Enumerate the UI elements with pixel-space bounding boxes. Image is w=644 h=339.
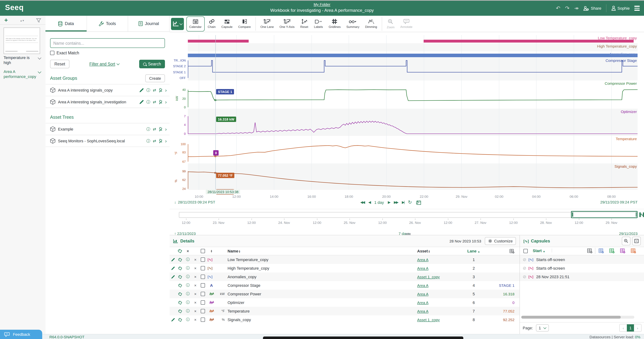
swap-icon[interactable]: ⇄ [153, 88, 156, 92]
pin-icon[interactable] [159, 139, 162, 143]
expand-chevron-icon[interactable]: › [165, 138, 167, 144]
step-forward-icon[interactable]: ▶▶ [394, 200, 398, 204]
col-start[interactable]: Start ▲ [533, 249, 545, 253]
details-row[interactable]: ⓘ × Optimizer Area A 6 0 [170, 298, 520, 307]
redo-all-icon[interactable]: ↠ [574, 5, 579, 11]
asset-link[interactable]: Area A [417, 258, 428, 262]
scrubber-selection[interactable] [571, 211, 638, 218]
series-name[interactable]: Temperature [226, 309, 417, 313]
info-icon[interactable]: ⓘ [184, 300, 192, 305]
series-name[interactable]: Signals_copy [226, 318, 417, 322]
undo-icon[interactable]: ↶ [556, 5, 560, 11]
step-back-icon[interactable]: ◀◀ [360, 200, 364, 204]
capsule-row[interactable]: ⊘ [∿] 28 Nov 2023 21:51 [520, 273, 644, 281]
add-stat-column-blue-icon[interactable] [598, 248, 604, 254]
info-icon[interactable]: ⓘ [184, 292, 192, 297]
info-icon[interactable]: ⓘ [184, 257, 192, 262]
edit-pencil-icon[interactable] [139, 100, 144, 104]
search-input[interactable] [50, 38, 165, 48]
remove-icon[interactable]: × [192, 300, 199, 305]
asset-tree-row[interactable]: Example ⓘ ⇄ › [46, 123, 170, 135]
select-all-checkbox[interactable] [524, 249, 528, 253]
scrubber-track[interactable] [179, 212, 638, 218]
datasources-link[interactable]: Datasources [590, 335, 610, 339]
info-icon[interactable]: ⓘ [184, 283, 192, 288]
add-stat-column-orange-icon[interactable] [631, 248, 636, 254]
toolbar-dimming[interactable]: Dimming [362, 16, 380, 31]
pin-icon[interactable] [159, 88, 162, 92]
info-icon[interactable]: ⓘ [146, 126, 150, 132]
capsule-row[interactable]: ⊘ [∿] Starts off-screen [520, 264, 644, 273]
swap-icon[interactable]: ⇄ [153, 100, 156, 104]
filter-icon[interactable] [36, 18, 41, 22]
remove-all-icon[interactable]: × [184, 249, 192, 253]
chevron-down-icon[interactable] [38, 56, 41, 59]
next-page-button[interactable]: › [634, 324, 641, 332]
row-checkbox[interactable] [201, 309, 205, 313]
asset-group-row[interactable]: Area A interesting signals_investigation… [46, 96, 170, 108]
details-row[interactable]: ⓘ × [∿] Low Temperature_copy Area A 1 [170, 255, 520, 264]
worksheet-thumb-1[interactable]: Add data to this display via the Data ta… [0, 25, 46, 65]
edit-pencil-icon[interactable] [171, 318, 175, 322]
user-menu[interactable]: Sophie [611, 6, 630, 11]
create-asset-group-button[interactable]: Create [145, 74, 165, 82]
asset-link[interactable]: Area A [417, 283, 428, 288]
remove-icon[interactable]: × [192, 266, 199, 270]
share-button[interactable]: Share [583, 6, 602, 10]
column-menu-icon[interactable]: ⋮ [550, 248, 554, 253]
toolbar-labels[interactable]: Labels [312, 16, 326, 31]
toolbar-chain[interactable]: Chain [205, 16, 218, 31]
current-page[interactable]: 1 [627, 324, 634, 332]
lane-label[interactable]: Signals_copy [614, 164, 637, 168]
toolbar-one-y-axis[interactable]: One Y-Axis [277, 16, 297, 31]
lane-label[interactable]: High Temperature_copy [597, 44, 637, 48]
row-checkbox[interactable] [201, 275, 205, 279]
edit-pencil-icon[interactable] [171, 266, 175, 270]
tag-icon[interactable] [178, 292, 182, 296]
tab-tools[interactable]: Tools [87, 16, 128, 31]
my-folder-link[interactable]: My Folder [314, 2, 330, 6]
row-checkbox[interactable] [201, 318, 205, 322]
add-worksheet-button[interactable]: + [4, 18, 8, 23]
remove-icon[interactable]: × [192, 275, 199, 279]
edit-pencil-icon[interactable] [171, 275, 175, 279]
info-icon[interactable]: ⓘ [146, 87, 150, 93]
series-name[interactable]: Anomalies_copy [226, 275, 417, 279]
tag-icon[interactable] [178, 318, 182, 322]
details-row[interactable]: ⓘ × [∿] Anomalies_copy Asset 1_copy 3 [170, 273, 520, 281]
asset-link[interactable]: Area A [417, 266, 428, 270]
tag-icon[interactable] [178, 283, 182, 287]
search-button[interactable]: Search [139, 60, 165, 68]
col-lane[interactable]: Lane ▲ [464, 249, 484, 253]
tag-icon[interactable] [178, 249, 182, 253]
page-size-select[interactable]: 1 [536, 324, 549, 332]
remove-icon[interactable]: × [192, 258, 199, 262]
refresh-icon[interactable]: ↻ [408, 200, 412, 205]
row-checkbox[interactable] [201, 283, 205, 288]
toolbar-calendar[interactable]: Calendar [186, 16, 204, 31]
info-icon[interactable]: ⓘ [184, 309, 192, 314]
info-icon[interactable]: ⓘ [184, 274, 192, 279]
redo-icon[interactable]: ↷ [565, 5, 570, 11]
lane-label[interactable]: Compressor Power [605, 81, 637, 85]
edit-pencil-icon[interactable] [171, 258, 175, 262]
series-name[interactable]: Compressor Power [226, 292, 417, 296]
feedback-button[interactable]: Feedback [0, 330, 42, 339]
pin-icon[interactable] [159, 100, 162, 104]
remove-icon[interactable]: × [192, 283, 199, 288]
row-checkbox[interactable] [201, 292, 205, 296]
details-row[interactable]: ⓘ × kW Compressor Power Area A 5 16.318 [170, 290, 520, 298]
details-row[interactable]: ⓘ × [∿] High Temperature_copy Area A 2 [170, 264, 520, 273]
swap-icon[interactable]: ⇄ [153, 127, 156, 131]
edit-pencil-icon[interactable] [139, 88, 144, 92]
exact-match-checkbox[interactable] [50, 51, 54, 55]
select-all-checkbox[interactable] [201, 249, 205, 253]
toolbar-one-lane[interactable]: One Lane [258, 16, 276, 31]
add-stat-column-green-icon[interactable] [609, 248, 615, 254]
capsule-row[interactable]: ⊘ [∿] Starts off-screen [520, 255, 644, 264]
hamburger-menu-icon[interactable] [634, 6, 640, 11]
col-asset[interactable]: Asset▴▾ [417, 249, 464, 253]
customize-button[interactable]: Customize [485, 237, 516, 245]
series-name[interactable]: Compressor Stage [226, 283, 417, 288]
asset-link[interactable]: Area A [417, 292, 428, 296]
